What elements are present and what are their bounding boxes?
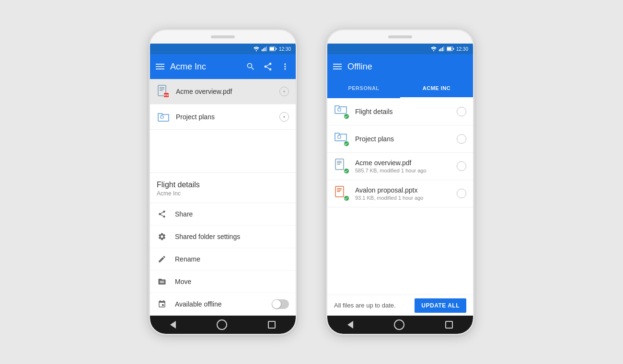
phone-1: 12:30 Acme Inc bbox=[149, 29, 297, 335]
search-icon-1[interactable] bbox=[246, 62, 255, 71]
tab-acme-inc[interactable]: ACME INC bbox=[400, 79, 473, 98]
projects-item-name: Project plans bbox=[355, 135, 451, 143]
phone-screen-1: 12:30 Acme Inc bbox=[150, 44, 296, 316]
svg-rect-28 bbox=[338, 136, 341, 138]
phone-speaker-2 bbox=[388, 35, 412, 38]
svg-rect-19 bbox=[440, 48, 441, 51]
flight-item-name: Flight details bbox=[355, 108, 451, 115]
back-button-2[interactable] bbox=[347, 321, 353, 329]
svg-rect-1 bbox=[262, 49, 263, 51]
svg-rect-2 bbox=[263, 48, 264, 51]
home-button-1[interactable] bbox=[217, 319, 227, 330]
svg-point-0 bbox=[256, 50, 257, 51]
share-icon-toolbar[interactable] bbox=[263, 62, 273, 71]
hamburger-icon-1[interactable] bbox=[156, 64, 164, 69]
svg-rect-33 bbox=[337, 162, 342, 163]
move-label: Move bbox=[175, 278, 289, 285]
offline-item-flight[interactable]: Flight details bbox=[327, 98, 473, 125]
recents-button-1[interactable] bbox=[268, 321, 276, 329]
share-icon bbox=[157, 209, 167, 219]
flight-folder-icon-wrap bbox=[334, 104, 349, 119]
offline-icon bbox=[157, 299, 167, 309]
flight-check[interactable] bbox=[457, 107, 466, 116]
phone-top-bar-2 bbox=[327, 30, 473, 44]
back-button-1[interactable] bbox=[170, 321, 176, 329]
update-all-button[interactable]: UPDATE ALL bbox=[415, 298, 466, 313]
offline-toggle[interactable] bbox=[272, 299, 289, 309]
projects-folder-badge bbox=[344, 141, 349, 147]
file-more-folder[interactable] bbox=[279, 112, 289, 122]
pdf-icon-svg: PDF bbox=[157, 85, 170, 98]
avalon-pptx-name: Avalon proposal.pptx bbox=[355, 186, 451, 194]
phone-nav-bar-2 bbox=[327, 316, 473, 334]
app-title-2: Offline bbox=[347, 62, 467, 72]
svg-rect-24 bbox=[447, 47, 451, 50]
context-item-rename[interactable]: Rename bbox=[150, 248, 296, 271]
avalon-pptx-check[interactable] bbox=[457, 189, 466, 198]
acme-pdf-name: Acme overview.pdf bbox=[355, 159, 451, 167]
tab-personal[interactable]: PERSONAL bbox=[327, 79, 400, 98]
folder-icon-svg bbox=[157, 112, 170, 122]
svg-rect-21 bbox=[443, 46, 444, 51]
status-bar-1: 12:30 bbox=[150, 44, 296, 54]
file-name-folder: Project plans bbox=[176, 113, 274, 121]
svg-text:PDF: PDF bbox=[164, 94, 169, 97]
signal-icon bbox=[262, 46, 267, 51]
svg-rect-6 bbox=[276, 48, 277, 50]
avalon-pptx-badge bbox=[344, 195, 349, 201]
svg-rect-23 bbox=[453, 48, 454, 50]
file-item-pdf[interactable]: PDF Acme overview.pdf bbox=[150, 79, 296, 104]
offline-status-text: All files are up to date. bbox=[334, 302, 411, 309]
context-subtitle: Acme Inc bbox=[157, 190, 289, 197]
share-label: Share bbox=[175, 210, 289, 218]
phone-2: 12:30 Offline PERSONAL ACME INC bbox=[326, 29, 474, 335]
projects-item-info: Project plans bbox=[355, 135, 451, 143]
wifi-icon-2 bbox=[430, 46, 437, 51]
svg-point-17 bbox=[433, 50, 434, 51]
status-time-2: 12:30 bbox=[456, 46, 468, 52]
home-button-2[interactable] bbox=[394, 319, 404, 330]
offline-label: Available offline bbox=[175, 300, 264, 308]
file-more-pdf[interactable] bbox=[279, 87, 289, 96]
hamburger-icon-2[interactable] bbox=[333, 64, 342, 69]
offline-list: Flight details Project plans bbox=[327, 98, 473, 295]
battery-icon-2 bbox=[447, 46, 454, 51]
phone-top-bar-1 bbox=[150, 30, 296, 44]
phone-screen-2: 12:30 Offline PERSONAL ACME INC bbox=[327, 44, 473, 316]
file-item-folder[interactable]: Project plans bbox=[150, 104, 296, 130]
context-item-move[interactable]: Move bbox=[150, 271, 296, 293]
context-item-settings[interactable]: Shared folder settings bbox=[150, 226, 296, 248]
rename-label: Rename bbox=[175, 255, 289, 263]
avalon-pptx-icon-wrap bbox=[334, 186, 349, 201]
acme-pdf-check[interactable] bbox=[457, 161, 466, 171]
more-dot-2 bbox=[283, 116, 285, 118]
flight-folder-badge bbox=[344, 114, 349, 119]
projects-check[interactable] bbox=[457, 134, 466, 144]
svg-rect-34 bbox=[337, 164, 340, 165]
wifi-icon bbox=[253, 46, 260, 51]
battery-icon bbox=[269, 46, 277, 51]
context-item-share[interactable]: Share bbox=[150, 203, 296, 226]
offline-footer: All files are up to date. UPDATE ALL bbox=[327, 295, 473, 316]
acme-pdf-icon-wrap bbox=[334, 159, 349, 174]
more-vert-icon-1[interactable] bbox=[280, 62, 290, 71]
edit-icon bbox=[157, 254, 167, 264]
svg-rect-20 bbox=[442, 47, 443, 51]
projects-folder-icon-wrap bbox=[334, 131, 349, 147]
folder-file-icon bbox=[157, 110, 170, 124]
svg-rect-4 bbox=[266, 46, 267, 51]
offline-item-avalon[interactable]: Avalon proposal.pptx 93.1 KB, modified 1… bbox=[327, 180, 473, 207]
svg-rect-25 bbox=[338, 108, 341, 111]
gear-icon bbox=[157, 231, 167, 242]
svg-rect-7 bbox=[270, 47, 274, 50]
svg-rect-37 bbox=[337, 190, 342, 191]
context-item-offline[interactable]: Available offline bbox=[150, 293, 296, 316]
offline-item-projects[interactable]: Project plans bbox=[327, 125, 473, 153]
svg-rect-18 bbox=[439, 49, 440, 51]
move-icon bbox=[157, 276, 167, 287]
recents-button-2[interactable] bbox=[445, 321, 453, 329]
settings-label: Shared folder settings bbox=[175, 233, 289, 240]
signal-icon-2 bbox=[439, 46, 445, 51]
svg-rect-38 bbox=[337, 191, 340, 192]
offline-item-acme-pdf[interactable]: Acme overview.pdf 585.7 KB, modified 1 h… bbox=[327, 153, 473, 180]
